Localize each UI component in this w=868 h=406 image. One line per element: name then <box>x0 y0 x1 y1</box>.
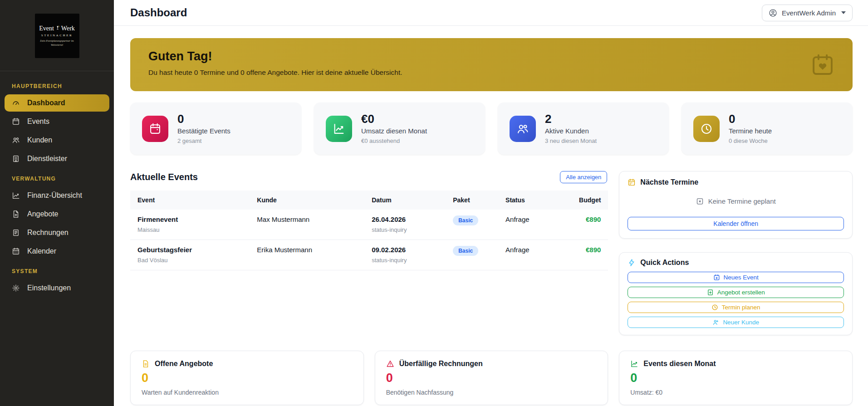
calendar-icon <box>142 116 168 142</box>
brand-subtitle: STEINACHER <box>41 34 73 37</box>
nav-section-verwaltung: VERWALTUNG <box>5 171 109 186</box>
stat-label: Bestätigte Events <box>177 127 230 135</box>
table-row[interactable]: Firmenevent Maissau Max Mustermann 26.04… <box>130 210 608 240</box>
empty-appointments: Keine Termine geplant <box>628 186 844 217</box>
sidebar-item-einstellungen[interactable]: Einstellungen <box>5 279 109 297</box>
nav-section-system: SYSTEM <box>5 264 109 278</box>
ueberfaellige-rechnungen-card: Überfällige Rechnungen 0 Benötigen Nachf… <box>375 351 608 405</box>
alert-triangle-icon <box>386 360 394 368</box>
brand-tagline: Dein Eventplanungspartner im Weinviertel <box>39 39 75 47</box>
right-column: Nächste Termine Keine Termine geplant Ka… <box>619 171 853 335</box>
sidebar-nav: HAUPTBEREICH Dashboard Events Kunden Die… <box>0 71 114 305</box>
sidebar-item-kalender[interactable]: Kalender <box>5 243 109 260</box>
summary-value: 0 <box>630 372 841 384</box>
event-status: Anfrage <box>498 210 560 240</box>
user-menu-button[interactable]: EventWerk Admin <box>762 5 853 21</box>
termin-planen-button[interactable]: Termin planen <box>628 302 844 313</box>
page-title: Dashboard <box>130 6 187 19</box>
chart-line-icon <box>12 191 20 200</box>
stat-card-termine-heute: 0 Termine heute 0 diese Woche <box>682 103 853 155</box>
sidebar-item-angebote[interactable]: Angebote <box>5 205 109 223</box>
event-date: 09.02.2026 <box>372 246 438 254</box>
stat-value: 0 <box>729 113 772 125</box>
summary-sub: Benötigen Nachfassung <box>386 389 597 396</box>
brand-right: Werk <box>61 25 75 32</box>
stat-value: 2 <box>545 113 597 125</box>
stat-cards: 0 Bestätigte Events 2 gesamt €0 Umsatz d… <box>130 103 853 155</box>
stat-label: Aktive Kunden <box>545 127 597 135</box>
event-date: 26.04.2026 <box>372 215 438 223</box>
summary-title: Offene Angebote <box>155 360 213 368</box>
champagne-glass-icon <box>55 25 60 33</box>
events-table: Event Kunde Datum Paket Status Budget Fi… <box>130 191 608 270</box>
trending-up-icon <box>326 116 352 142</box>
sidebar-item-dienstleister[interactable]: Dienstleister <box>5 150 109 167</box>
offene-angebote-card: Offene Angebote 0 Warten auf Kundenreakt… <box>130 351 364 405</box>
chevron-down-icon <box>841 11 846 14</box>
sidebar-item-kunden[interactable]: Kunden <box>5 132 109 149</box>
sidebar-item-label: Rechnungen <box>27 229 69 237</box>
sidebar-item-label: Einstellungen <box>27 284 71 292</box>
summary-sub: Umsatz: €0 <box>630 389 841 396</box>
calendar-x-icon <box>696 197 704 205</box>
file-icon <box>12 210 20 218</box>
column-header-kunde: Kunde <box>250 191 364 210</box>
clock-icon <box>693 116 720 142</box>
neues-event-button[interactable]: Neues Event <box>628 272 844 283</box>
event-date-sub: status-inquiry <box>372 257 438 264</box>
sidebar-item-dashboard[interactable]: Dashboard <box>5 94 109 112</box>
sidebar-item-label: Angebote <box>27 210 59 218</box>
button-label: Termin planen <box>722 304 760 311</box>
nav-section-hauptbereich: HAUPTBEREICH <box>5 78 109 93</box>
empty-appointments-text: Keine Termine geplant <box>708 197 776 205</box>
sidebar-item-label: Dashboard <box>27 99 65 107</box>
sidebar-item-rechnungen[interactable]: Rechnungen <box>5 224 109 241</box>
column-header-budget: Budget <box>560 191 608 210</box>
button-label: Kalender öffnen <box>713 220 758 227</box>
sidebar-item-label: Events <box>27 117 49 126</box>
event-customer: Max Mustermann <box>257 215 357 223</box>
stat-sub: €0 ausstehend <box>361 137 427 144</box>
table-row[interactable]: Geburtstagsfeier Bad Vöslau Erika Muster… <box>130 240 608 270</box>
column-header-datum: Datum <box>364 191 446 210</box>
sidebar-item-finanz-uebersicht[interactable]: Finanz-Übersicht <box>5 187 109 204</box>
column-header-paket: Paket <box>446 191 498 210</box>
event-name: Firmenevent <box>137 215 242 223</box>
alle-anzeigen-button[interactable]: Alle anzeigen <box>560 171 607 183</box>
quick-actions-panel: Quick Actions Neues Event Angebot erstel… <box>619 252 853 335</box>
calendar-heart-icon <box>811 53 834 77</box>
button-label: Neues Event <box>724 274 759 281</box>
events-table-header: Event Kunde Datum Paket Status Budget <box>130 191 608 210</box>
angebot-erstellen-button[interactable]: Angebot erstellen <box>628 287 844 298</box>
event-customer: Erika Mustermann <box>257 246 357 254</box>
sidebar: Event Werk STEINACHER Dein Eventplanungs… <box>0 0 114 406</box>
events-section-title: Aktuelle Events <box>130 172 198 182</box>
main-area: Dashboard EventWerk Admin Guten Tag! Du … <box>114 0 868 406</box>
calendar-icon <box>12 117 20 126</box>
column-header-event: Event <box>130 191 250 210</box>
panel-title: Quick Actions <box>640 259 689 267</box>
kalender-oeffnen-button[interactable]: Kalender öffnen <box>628 217 844 230</box>
button-label: Neuer Kunde <box>723 319 759 326</box>
brand-logo: Event Werk STEINACHER Dein Eventplanungs… <box>35 14 79 58</box>
sidebar-item-events[interactable]: Events <box>5 113 109 130</box>
greeting-title: Guten Tag! <box>148 49 834 64</box>
greeting-banner: Guten Tag! Du hast heute 0 Termine und 0… <box>130 38 853 91</box>
user-plus-icon <box>712 319 719 326</box>
summary-cards: Offene Angebote 0 Warten auf Kundenreakt… <box>130 351 853 405</box>
users-icon <box>510 116 536 142</box>
neuer-kunde-button[interactable]: Neuer Kunde <box>628 317 844 328</box>
stat-label: Umsatz diesen Monat <box>361 127 427 135</box>
calendar-plus-icon <box>713 274 720 281</box>
event-budget: €890 <box>560 240 608 270</box>
lightning-icon <box>628 259 636 267</box>
logo-area: Event Werk STEINACHER Dein Eventplanungs… <box>0 0 114 71</box>
package-badge: Basic <box>453 215 478 225</box>
package-badge: Basic <box>453 246 478 256</box>
aktuelle-events-section: Aktuelle Events Alle anzeigen Event Kund… <box>130 171 608 335</box>
brand-name: Event Werk <box>39 25 75 32</box>
gauge-icon <box>12 99 20 107</box>
summary-value: 0 <box>386 372 597 384</box>
event-status: Anfrage <box>498 240 560 270</box>
brand-left: Event <box>39 25 54 32</box>
